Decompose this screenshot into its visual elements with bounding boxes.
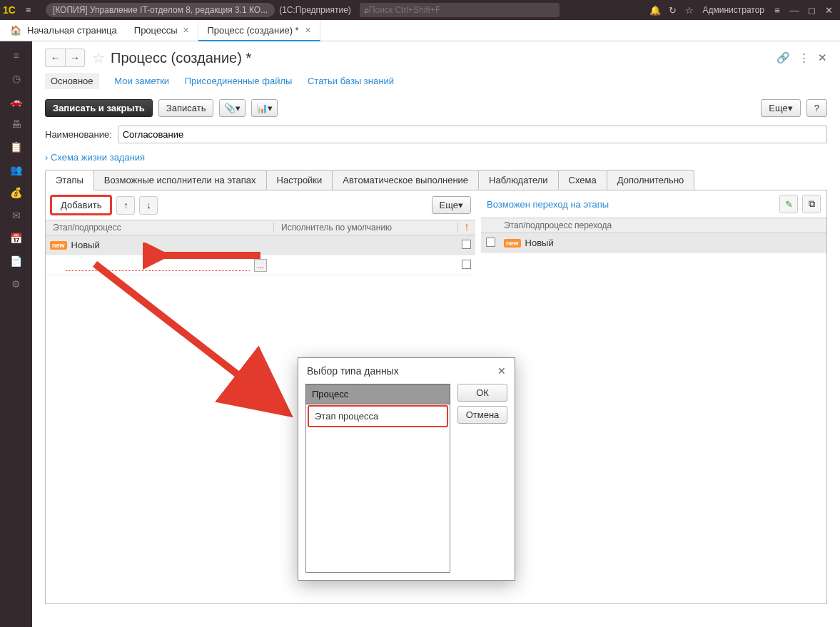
sub-tabs: Этапы Возможные исполнители на этапах На… bbox=[45, 170, 827, 190]
link-files[interactable]: Присоединенные файлы bbox=[185, 76, 293, 86]
row-checkbox[interactable] bbox=[486, 238, 495, 247]
link-icon[interactable]: 🔗 bbox=[776, 51, 790, 64]
close-icon[interactable]: ✕ bbox=[183, 26, 189, 35]
nav-forward-button[interactable]: → bbox=[65, 49, 85, 67]
save-close-button[interactable]: Записать и закрыть bbox=[45, 99, 153, 117]
annotation-arrow bbox=[82, 255, 296, 419]
link-main[interactable]: Основное bbox=[45, 73, 99, 89]
sidebar-dashboard-icon[interactable]: ◷ bbox=[0, 67, 32, 90]
col-performer: Исполнитель по умолчанию bbox=[274, 223, 457, 233]
tab-process-create[interactable]: Процесс (создание) *✕ bbox=[198, 20, 320, 41]
tab-watchers[interactable]: Наблюдатели bbox=[478, 170, 559, 190]
close-icon[interactable]: ✕ bbox=[305, 26, 311, 35]
dialog-ok-button[interactable]: ОК bbox=[457, 384, 507, 402]
sidebar-calendar-icon[interactable]: 📅 bbox=[0, 227, 32, 250]
global-search[interactable]: ⌕ bbox=[360, 3, 560, 17]
name-label: Наименование: bbox=[45, 129, 112, 140]
app-title: [КОПИЯ] Управление IT-отделом 8, редакци… bbox=[46, 3, 275, 17]
option-process-stage[interactable]: Этап процесса bbox=[308, 405, 448, 427]
search-icon: ⌕ bbox=[364, 5, 369, 15]
titlebar: 1C ≡ [КОПИЯ] Управление IT-отделом 8, ре… bbox=[0, 0, 840, 20]
col-stage: Этап/подпроцесс bbox=[46, 223, 274, 233]
edit-transition-button[interactable]: ✎ bbox=[779, 195, 798, 213]
new-badge-icon: new bbox=[50, 241, 67, 250]
dialog-title: Выбор типа данных bbox=[307, 365, 399, 377]
sidebar-assets-icon[interactable]: 🚗 bbox=[0, 90, 32, 113]
add-button[interactable]: Добавить bbox=[50, 195, 112, 215]
move-up-button[interactable]: ↑ bbox=[116, 196, 135, 215]
table-row[interactable]: newНовый bbox=[481, 233, 826, 253]
more-button[interactable]: Еще ▾ bbox=[761, 99, 800, 117]
search-input[interactable] bbox=[369, 5, 555, 15]
copy-transition-button[interactable]: ⧉ bbox=[802, 195, 821, 213]
row-checkbox[interactable] bbox=[462, 240, 471, 249]
nav-back-button[interactable]: ← bbox=[45, 49, 65, 67]
schema-life-link[interactable]: Схема жизни задания bbox=[45, 151, 827, 170]
transitions-title: Возможен переход на этапы bbox=[487, 196, 609, 213]
sidebar-print-icon[interactable]: 🖶 bbox=[0, 113, 32, 136]
app-logo: 1C bbox=[3, 4, 16, 16]
name-input[interactable] bbox=[118, 126, 827, 143]
tab-extra[interactable]: Дополнительно bbox=[607, 170, 695, 190]
new-badge-icon: new bbox=[504, 239, 521, 248]
col-transition-stage: Этап/подпроцесс перехода bbox=[500, 220, 826, 230]
maximize-button[interactable]: ◻ bbox=[803, 5, 820, 16]
sidebar-sections-icon[interactable]: ≡ bbox=[0, 44, 32, 67]
tab-processes[interactable]: Процессы✕ bbox=[126, 20, 199, 41]
type-options-list: Процесс Этап процесса bbox=[305, 384, 450, 573]
help-button[interactable]: ? bbox=[806, 99, 827, 117]
dialog-close-button[interactable]: ✕ bbox=[497, 365, 506, 377]
col-flag: ! bbox=[457, 223, 475, 233]
tab-auto[interactable]: Автоматическое выполнение bbox=[332, 170, 479, 190]
sidebar-tasks-icon[interactable]: 📋 bbox=[0, 136, 32, 158]
menu-icon[interactable]: ≡ bbox=[26, 5, 40, 15]
option-process[interactable]: Процесс bbox=[305, 384, 450, 404]
window-tabs: 🏠Начальная страница Процессы✕ Процесс (с… bbox=[0, 20, 840, 41]
settings-icon[interactable]: ≡ bbox=[769, 5, 786, 16]
transitions-panel: Возможен переход на этапы ✎ ⧉ Этап/подпр… bbox=[481, 190, 826, 603]
sidebar: ≡ ◷ 🚗 🖶 📋 👥 💰 ✉ 📅 📄 ⚙ bbox=[0, 41, 32, 627]
section-links: Основное Мои заметки Присоединенные файл… bbox=[45, 73, 827, 96]
tab-schema[interactable]: Схема bbox=[558, 170, 607, 190]
history-icon[interactable]: ↻ bbox=[664, 5, 681, 16]
left-more-button[interactable]: Еще ▾ bbox=[432, 196, 471, 214]
minimize-button[interactable]: — bbox=[786, 5, 803, 16]
tab-home[interactable]: 🏠Начальная страница bbox=[0, 20, 126, 41]
type-select-dialog: Выбор типа данных ✕ Процесс Этап процесс… bbox=[298, 357, 515, 581]
tab-stages[interactable]: Этапы bbox=[45, 170, 94, 190]
page-title: Процесс (создание) * bbox=[111, 50, 776, 66]
favorite-star-icon[interactable]: ☆ bbox=[92, 49, 105, 66]
report-button[interactable]: 📊▾ bbox=[251, 99, 278, 117]
sidebar-gear-icon[interactable]: ⚙ bbox=[0, 272, 32, 295]
save-button[interactable]: Записать bbox=[158, 99, 214, 117]
dialog-cancel-button[interactable]: Отмена bbox=[457, 406, 507, 424]
sidebar-users-icon[interactable]: 👥 bbox=[0, 158, 32, 181]
user-label[interactable]: Администратор bbox=[698, 5, 769, 15]
close-panel-icon[interactable]: ✕ bbox=[818, 51, 827, 64]
star-icon[interactable]: ☆ bbox=[681, 5, 698, 16]
tab-performers[interactable]: Возможные исполнители на этапах bbox=[93, 170, 267, 190]
attach-button[interactable]: 📎▾ bbox=[219, 99, 246, 117]
move-down-button[interactable]: ↓ bbox=[139, 196, 158, 215]
link-notes[interactable]: Мои заметки bbox=[114, 76, 169, 86]
sidebar-copy-icon[interactable]: 📄 bbox=[0, 250, 32, 272]
row-checkbox[interactable] bbox=[462, 260, 471, 269]
tab-settings[interactable]: Настройки bbox=[266, 170, 333, 190]
app-subtitle: (1С:Предприятие) bbox=[279, 5, 351, 15]
svg-line-1 bbox=[95, 264, 282, 409]
close-button[interactable]: ✕ bbox=[820, 5, 837, 16]
link-kb[interactable]: Статьи базы знаний bbox=[308, 76, 394, 86]
sidebar-finance-icon[interactable]: 💰 bbox=[0, 181, 32, 204]
kebab-icon[interactable]: ⋮ bbox=[799, 51, 809, 64]
bell-icon[interactable]: 🔔 bbox=[647, 5, 664, 16]
sidebar-mail-icon[interactable]: ✉ bbox=[0, 204, 32, 227]
